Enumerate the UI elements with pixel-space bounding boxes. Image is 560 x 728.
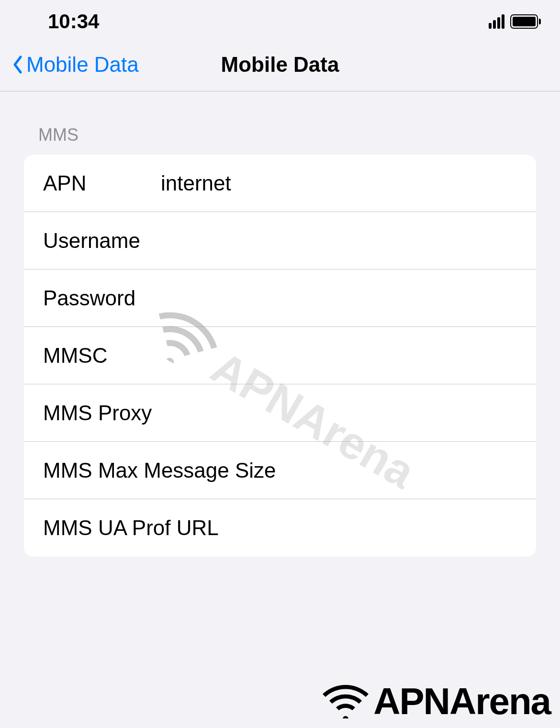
status-indicators <box>489 14 541 29</box>
row-apn[interactable]: APN <box>24 155 536 212</box>
row-mms-max-message-size[interactable]: MMS Max Message Size <box>24 442 536 499</box>
status-time: 10:34 <box>48 10 99 33</box>
label-mms-ua-prof-url: MMS UA Prof URL <box>43 516 219 540</box>
back-button[interactable]: Mobile Data <box>12 53 139 77</box>
row-mmsc[interactable]: MMSC <box>24 327 536 384</box>
row-mms-ua-prof-url[interactable]: MMS UA Prof URL <box>24 499 536 557</box>
status-bar: 10:34 <box>0 0 560 38</box>
label-password: Password <box>43 286 158 310</box>
back-label: Mobile Data <box>26 53 139 77</box>
input-password[interactable] <box>158 286 522 310</box>
battery-icon <box>510 14 541 29</box>
footer-logo-text: APNArena <box>373 680 550 723</box>
cellular-signal-icon <box>489 14 504 29</box>
row-mms-proxy[interactable]: MMS Proxy <box>24 384 536 442</box>
chevron-left-icon <box>12 55 22 74</box>
row-password[interactable]: Password <box>24 269 536 327</box>
input-apn[interactable] <box>158 171 522 195</box>
label-mms-max-message-size: MMS Max Message Size <box>43 459 276 482</box>
content-area: MMS APN Username Password MMSC MMS Proxy… <box>0 91 560 557</box>
page-title: Mobile Data <box>221 53 339 77</box>
input-username[interactable] <box>158 229 522 253</box>
label-mms-proxy: MMS Proxy <box>43 401 158 425</box>
settings-group: APN Username Password MMSC MMS Proxy MMS… <box>24 155 536 557</box>
label-mmsc: MMSC <box>43 344 158 368</box>
row-username[interactable]: Username <box>24 212 536 269</box>
navigation-bar: Mobile Data Mobile Data <box>0 38 560 91</box>
wifi-icon <box>322 683 370 720</box>
section-header-mms: MMS <box>24 125 536 155</box>
footer-logo: APNArena <box>322 680 550 723</box>
input-mms-max-message-size[interactable] <box>276 459 536 482</box>
label-apn: APN <box>43 171 158 195</box>
label-username: Username <box>43 229 158 253</box>
input-mms-ua-prof-url[interactable] <box>219 516 522 540</box>
input-mmsc[interactable] <box>158 344 522 368</box>
input-mms-proxy[interactable] <box>158 401 522 425</box>
